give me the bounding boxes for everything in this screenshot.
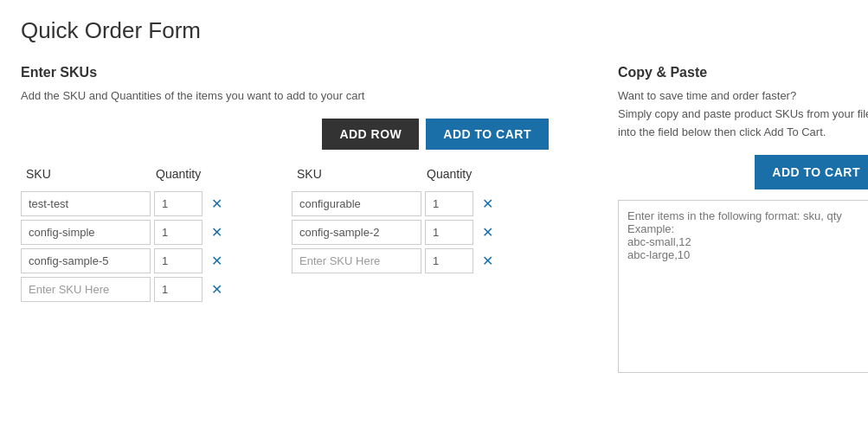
sku-input[interactable]: [21, 220, 151, 245]
add-row-button[interactable]: ADD ROW: [322, 119, 419, 150]
table-row: ✕: [292, 220, 549, 245]
qty-input[interactable]: [154, 220, 203, 245]
sku-input[interactable]: [21, 191, 151, 216]
sku-input[interactable]: [292, 220, 421, 245]
remove-row-button[interactable]: ✕: [477, 194, 498, 214]
table-row: ✕: [21, 220, 278, 245]
copy-paste-description: Want to save time and order faster? Simp…: [618, 87, 868, 141]
enter-skus-description: Add the SKU and Quantities of the items …: [21, 87, 549, 105]
table-header-right: SKU Quantity: [292, 164, 549, 188]
sku-col-header-left: SKU: [21, 164, 151, 184]
sku-input-empty[interactable]: [21, 277, 151, 302]
remove-row-button[interactable]: ✕: [206, 279, 228, 299]
sku-table-right: SKU Quantity ✕ ✕ ✕: [292, 164, 549, 305]
remove-row-button[interactable]: ✕: [206, 222, 228, 242]
page-title: Quick Order Form: [21, 17, 847, 44]
qty-input[interactable]: [154, 248, 203, 273]
remove-row-button[interactable]: ✕: [206, 251, 228, 271]
qty-input[interactable]: [154, 277, 203, 302]
sku-input-empty[interactable]: [292, 248, 421, 273]
table-row: ✕: [21, 248, 278, 273]
table-row: ✕: [21, 277, 278, 302]
table-header-left: SKU Quantity: [21, 164, 278, 188]
copy-paste-line1: Want to save time and order faster?: [618, 89, 796, 102]
remove-row-button[interactable]: ✕: [477, 222, 498, 242]
sku-input[interactable]: [21, 248, 151, 273]
enter-skus-title: Enter SKUs: [21, 65, 549, 80]
qty-input[interactable]: [425, 191, 473, 216]
add-to-cart-button-top[interactable]: ADD TO CART: [426, 119, 549, 150]
copy-paste-section: Copy & Paste Want to save time and order…: [618, 65, 868, 376]
sku-tables: SKU Quantity ✕ ✕ ✕: [21, 164, 549, 305]
add-to-cart-button-right[interactable]: ADD TO CART: [755, 155, 868, 189]
paste-textarea[interactable]: [618, 200, 868, 373]
qty-col-header-left: Quantity: [151, 164, 278, 184]
qty-col-header-right: Quantity: [421, 164, 549, 184]
remove-row-button[interactable]: ✕: [477, 251, 498, 271]
sku-table-left: SKU Quantity ✕ ✕ ✕: [21, 164, 278, 305]
copy-paste-title: Copy & Paste: [618, 65, 868, 80]
table-row: ✕: [292, 248, 549, 273]
qty-input[interactable]: [154, 191, 203, 216]
remove-row-button[interactable]: ✕: [206, 194, 228, 214]
copy-paste-line2: Simply copy and paste product SKUs from …: [618, 107, 868, 138]
qty-input[interactable]: [425, 220, 473, 245]
qty-input[interactable]: [425, 248, 473, 273]
table-row: ✕: [21, 191, 278, 216]
sku-col-header-right: SKU: [292, 164, 421, 184]
enter-skus-section: Enter SKUs Add the SKU and Quantities of…: [21, 65, 549, 305]
action-bar: ADD ROW ADD TO CART: [21, 119, 549, 150]
sku-input[interactable]: [292, 191, 421, 216]
table-row: ✕: [292, 191, 549, 216]
